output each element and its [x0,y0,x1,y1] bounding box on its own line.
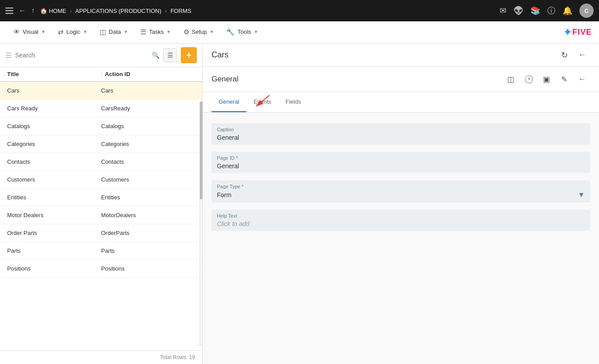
tasks-dropdown-icon: ▼ [167,29,171,34]
list-view-btn[interactable]: ☰ [163,48,177,62]
hamburger-menu[interactable] [5,8,13,14]
actionid-column-header: Action ID [105,71,196,77]
back-section-icon[interactable]: ← [574,71,590,87]
caption-field[interactable]: Caption General [212,123,590,145]
history-icon[interactable]: 🕐 [521,71,537,87]
add-button[interactable]: + [181,47,197,63]
breadcrumb-forms[interactable]: FORMS [171,8,192,14]
setup-icon: ⚙ [183,28,189,36]
table-row[interactable]: Motor Dealers MotorDealers [0,206,202,224]
table-row[interactable]: Customers Customers [0,171,202,189]
bell-icon[interactable]: 🔔 [562,6,572,16]
top-nav-left: ← ↑ 🏠 HOME › APPLICATIONS (PRODUCTION) ›… [5,7,494,15]
nav-tasks-label: Tasks [149,28,163,35]
five-logo: ✦ FIVE [563,27,592,38]
table-row[interactable]: Cars Cars [0,82,202,100]
scrollbar-thumb[interactable] [200,101,203,199]
helptext-label: Help Text [217,213,585,218]
support-icon[interactable]: ✉ [500,6,506,16]
nav-setup[interactable]: ⚙ Setup ▼ [177,21,220,44]
five-logo-text: FIVE [572,28,592,37]
edit-icon[interactable]: ✎ [556,71,572,87]
visual-dropdown-icon: ▼ [41,29,45,34]
breadcrumb-home[interactable]: 🏠 HOME [40,8,66,14]
column-divider [101,71,102,77]
table-cell-actionid: Catalogs [101,123,195,129]
main-layout: ☰ 🔍 ☰ + Title Action ID Cars Cars Cars R… [0,44,599,364]
search-icon[interactable]: 🔍 [152,52,159,59]
table-row[interactable]: Categories Categories [0,135,202,153]
table-cell-title: Categories [7,141,101,147]
tools-icon: 🔧 [226,28,235,36]
section-title: General [212,75,503,84]
table-body: Cars Cars Cars Ready CarsReady Catalogs … [0,82,202,350]
pagetype-label: Page Type * [217,184,585,189]
nav-logic[interactable]: ⇄ Logic ▼ [52,21,94,44]
table-cell-title: Cars [7,87,101,94]
scrollbar-track[interactable] [200,101,202,346]
tasks-icon: ☰ [140,28,146,36]
nav-tools[interactable]: 🔧 Tools ▼ [220,21,264,44]
table-row[interactable]: Parts Parts [0,242,202,260]
pageid-value: General [217,162,585,170]
title-column-header: Title [7,71,98,77]
table-row[interactable]: Positions Positions [0,260,202,278]
up-icon[interactable]: ↑ [31,7,35,15]
back-icon[interactable]: ← [19,7,26,15]
helptext-field[interactable]: Help Text Click to add [212,210,590,231]
logic-dropdown-icon: ▼ [83,29,87,34]
table-cell-actionid: OrderParts [101,230,195,236]
pageid-group: Page ID * General [212,152,590,173]
search-input[interactable] [15,52,148,59]
pagetype-group: Page Type * Form ▼ [212,180,590,202]
content-title: Cars [212,50,556,60]
nav-logic-label: Logic [66,28,80,35]
pagetype-select[interactable]: Form ▼ [217,191,585,199]
nav-setup-label: Setup [192,28,207,35]
nav-tasks[interactable]: ☰ Tasks ▼ [134,21,177,44]
table-row[interactable]: Entities Entities [0,189,202,206]
user-avatar[interactable]: C [579,4,594,18]
tab-fields[interactable]: Fields [278,92,308,112]
robot-icon[interactable]: 👽 [513,6,523,16]
table-view-icon[interactable]: ◫ [503,71,519,87]
setup-dropdown-icon: ▼ [210,29,214,34]
nav-data[interactable]: ◫ Data ▼ [94,21,134,44]
pagetype-dropdown-icon[interactable]: ▼ [578,191,585,199]
table-cell-title: Motor Dealers [7,212,101,218]
table-row[interactable]: Cars Ready CarsReady [0,100,202,117]
nav-data-label: Data [109,28,121,35]
books-icon[interactable]: 📚 [530,6,540,16]
back-nav-icon[interactable]: ← [574,47,590,63]
pagetype-field[interactable]: Page Type * Form ▼ [212,180,590,202]
table-cell-title: Order Parts [7,230,101,236]
tools-dropdown-icon: ▼ [254,29,258,34]
tab-general[interactable]: General [212,92,246,112]
table-cell-title: Parts [7,247,101,254]
nav-visual[interactable]: 👁 Visual ▼ [7,21,52,44]
table-cell-title: Entities [7,194,101,201]
help-icon[interactable]: ⓘ [547,5,555,16]
table-cell-title: Catalogs [7,123,101,129]
section-header: General ◫ 🕐 ▣ ✎ ← [203,67,599,92]
top-navbar: ← ↑ 🏠 HOME › APPLICATIONS (PRODUCTION) ›… [0,0,599,21]
pageid-field[interactable]: Page ID * General [212,152,590,173]
table-cell-actionid: Cars [101,87,195,94]
filter-icon[interactable]: ☰ [5,51,12,60]
table-cell-actionid: Customers [101,176,195,183]
table-row[interactable]: Order Parts OrderParts [0,224,202,242]
table-row[interactable]: Contacts Contacts [0,153,202,171]
copy-icon[interactable]: ▣ [538,71,554,87]
sidebar-search-bar: ☰ 🔍 ☰ + [0,44,202,67]
table-cell-actionid: Parts [101,247,195,254]
table-cell-title: Cars Ready [7,105,101,112]
table-row[interactable]: Catalogs Catalogs [0,117,202,135]
breadcrumb-applications[interactable]: APPLICATIONS (PRODUCTION) [75,8,161,14]
content-header: Cars ↻ ← [203,44,599,67]
section-actions: ◫ 🕐 ▣ ✎ ← [503,71,590,87]
tab-events[interactable]: Events [246,92,278,112]
table-header: Title Action ID [0,67,202,82]
table-cell-actionid: CarsReady [101,105,195,112]
refresh-icon[interactable]: ↻ [556,47,572,63]
caption-label: Caption [217,127,585,132]
